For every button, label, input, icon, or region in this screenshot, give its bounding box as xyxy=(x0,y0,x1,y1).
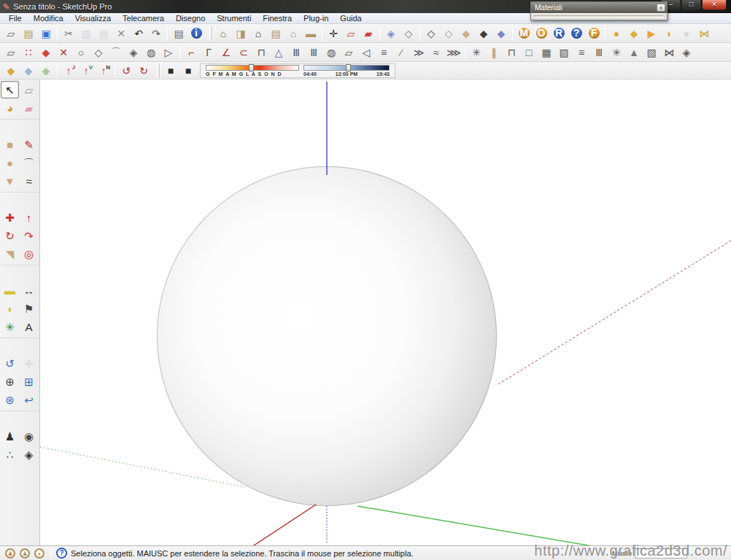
layer-j-button[interactable]: ↑J xyxy=(60,63,77,79)
plugin-intersect-button[interactable]: ✕ xyxy=(55,44,72,61)
credits-button[interactable]: ♟ xyxy=(18,547,32,559)
plugin-points-button[interactable]: ∷ xyxy=(20,44,37,61)
tape-measure-tool[interactable]: ▬ xyxy=(1,281,19,299)
arc-tool[interactable]: ⌒ xyxy=(20,154,38,171)
plugin-hatch1-button[interactable]: ▨ xyxy=(555,44,573,61)
model-badge-button[interactable]: M xyxy=(515,26,533,42)
copy-button[interactable]: ▥ xyxy=(77,26,95,42)
view-top-button[interactable]: ▤ xyxy=(267,26,285,42)
plugin-pinwheel-button[interactable]: ✳ xyxy=(608,44,625,61)
previous-view-tool[interactable]: ↩ xyxy=(20,391,38,408)
freehand-tool[interactable]: ≈ xyxy=(20,172,38,190)
plugin-export-button[interactable]: ▷ xyxy=(160,44,177,61)
section-cube-green-button[interactable]: ◆ xyxy=(37,63,55,79)
maximize-button[interactable]: □ xyxy=(681,0,701,10)
menu-file[interactable]: File xyxy=(3,13,28,24)
plugin-sphere-box-button[interactable]: ◍ xyxy=(142,44,160,61)
zoom-window-tool[interactable]: ⊞ xyxy=(20,373,38,390)
select-tool[interactable]: ↖ xyxy=(1,81,19,98)
plugin-arrows1-button[interactable]: ≫ xyxy=(410,44,428,61)
plugin-fan-button[interactable]: ▲ xyxy=(625,44,643,61)
scale-tool[interactable]: ◥ xyxy=(1,245,19,262)
position-camera-tool[interactable]: ♟ xyxy=(1,427,19,445)
3d-text-tool[interactable]: A xyxy=(20,318,38,335)
signin-button[interactable]: ◖ xyxy=(32,547,47,559)
viewport[interactable] xyxy=(40,79,731,545)
materials-dialog[interactable]: Materiali x xyxy=(530,1,668,20)
cut-button[interactable]: ✂ xyxy=(60,26,77,42)
menu-strumenti[interactable]: Strumenti xyxy=(211,13,257,24)
plugin-louver-button[interactable]: ≡ xyxy=(573,44,590,61)
paint-bucket-tool[interactable]: ◕ xyxy=(1,99,19,117)
rotate-tool[interactable]: ↻ xyxy=(1,227,19,244)
egg-tool-button[interactable]: ● xyxy=(678,26,695,42)
curve-flag-tool-button[interactable]: ◗ xyxy=(660,26,678,42)
eraser-tool[interactable]: ▰ xyxy=(20,99,38,117)
sandbox-tool-button[interactable]: ◆ xyxy=(625,26,643,42)
help-icon[interactable]: ? xyxy=(56,548,67,559)
plugin-arrows2-button[interactable]: ⋙ xyxy=(445,44,463,61)
xray-button[interactable]: ◈ xyxy=(382,26,400,42)
menu-telecamera[interactable]: Telecamera xyxy=(117,13,170,24)
plugin-channel-button[interactable]: ⊓ xyxy=(252,44,270,61)
plugin-angle-button[interactable]: ∠ xyxy=(217,44,235,61)
undo-button[interactable]: ↶ xyxy=(130,26,147,42)
zoom-tool[interactable]: ⊕ xyxy=(1,373,19,390)
shadow-toggle-button[interactable]: ■ xyxy=(179,63,197,79)
plugin-unfold-button[interactable]: ▱ xyxy=(2,44,20,61)
flag-tool-button[interactable]: ▶ xyxy=(643,26,660,42)
plugin-diamond-button[interactable]: ◈ xyxy=(678,44,695,61)
back-edges-button[interactable]: ◇ xyxy=(422,26,440,42)
tag-f-button[interactable]: F xyxy=(585,26,603,42)
section-plane-tool[interactable]: ◈ xyxy=(20,446,38,463)
plugin-curve-button[interactable]: ⊂ xyxy=(235,44,252,61)
new-button[interactable]: ▱ xyxy=(2,26,20,42)
plugin-stack-button[interactable]: ≡ xyxy=(375,44,392,61)
dimension-tool[interactable]: ↔ xyxy=(20,281,38,299)
push-pull-tool[interactable]: ↑ xyxy=(20,209,38,226)
plugin-shape-button[interactable]: ◇ xyxy=(90,44,107,61)
plugin-steps-button[interactable]: ≈ xyxy=(428,44,445,61)
plugin-rail-button[interactable]: ∥ xyxy=(485,44,503,61)
plugin-polygon-button[interactable]: ○ xyxy=(72,44,90,61)
date-slider-track[interactable] xyxy=(206,65,299,71)
close-button[interactable]: ✕ xyxy=(702,0,727,10)
view-iso-button[interactable]: ⌂ xyxy=(214,26,232,42)
plugin-comb-button[interactable]: Ⅲ xyxy=(590,44,608,61)
help-badge-button[interactable]: ? xyxy=(568,26,585,42)
save-button[interactable]: ▣ xyxy=(37,26,55,42)
shaded-button[interactable]: ◆ xyxy=(457,26,475,42)
view-back-button[interactable]: ⌂ xyxy=(285,26,302,42)
menu-plugin[interactable]: Plug-in xyxy=(298,13,334,24)
plugin-columns1-button[interactable]: Ⅲ xyxy=(287,44,305,61)
pan-tool[interactable]: ✛ xyxy=(20,354,38,372)
plugin-box-button[interactable]: ◈ xyxy=(125,44,142,61)
tag-o-button[interactable]: O xyxy=(533,26,550,42)
menu-modifica[interactable]: Modifica xyxy=(28,13,69,24)
rectangle-tool[interactable]: ■ xyxy=(1,136,19,153)
polygon-tool[interactable]: ▼ xyxy=(1,172,19,190)
model-info-button[interactable]: i xyxy=(187,26,205,42)
delete-button[interactable]: ✕ xyxy=(112,26,130,42)
materials-close-icon[interactable]: x xyxy=(657,4,665,12)
plugin-ramp-button[interactable]: ∕ xyxy=(392,44,410,61)
move-tool[interactable]: ✚ xyxy=(1,209,19,226)
sphere-tool-button[interactable]: ● xyxy=(608,26,625,42)
open-button[interactable]: ▤ xyxy=(20,26,37,42)
plugin-wheel-button[interactable]: ✳ xyxy=(468,44,485,61)
shadow-info-button[interactable]: ■ xyxy=(162,63,179,79)
plugin-corner1-button[interactable]: ⌐ xyxy=(182,44,200,61)
plugin-pipe-button[interactable]: ⌒ xyxy=(107,44,125,61)
menu-visualizza[interactable]: Visualizza xyxy=(69,13,117,24)
geolocation-button[interactable]: ♟ xyxy=(3,547,18,559)
plugin-fold-button[interactable]: ◆ xyxy=(37,44,55,61)
circle-tool[interactable]: ● xyxy=(1,154,19,171)
plugin-triangle-button[interactable]: △ xyxy=(270,44,287,61)
text-tool[interactable]: ⚑ xyxy=(20,300,38,317)
shadow-time-slider[interactable]: 04:40 12:00 PM 19:43 xyxy=(303,65,390,77)
line-tool[interactable]: ✎ xyxy=(20,136,38,153)
print-button[interactable]: ▤ xyxy=(170,26,187,42)
follow-me-tool[interactable]: ↷ xyxy=(20,227,38,244)
plugin-grid-button[interactable]: ▦ xyxy=(538,44,555,61)
section-plane-button[interactable]: ▱ xyxy=(342,26,360,42)
